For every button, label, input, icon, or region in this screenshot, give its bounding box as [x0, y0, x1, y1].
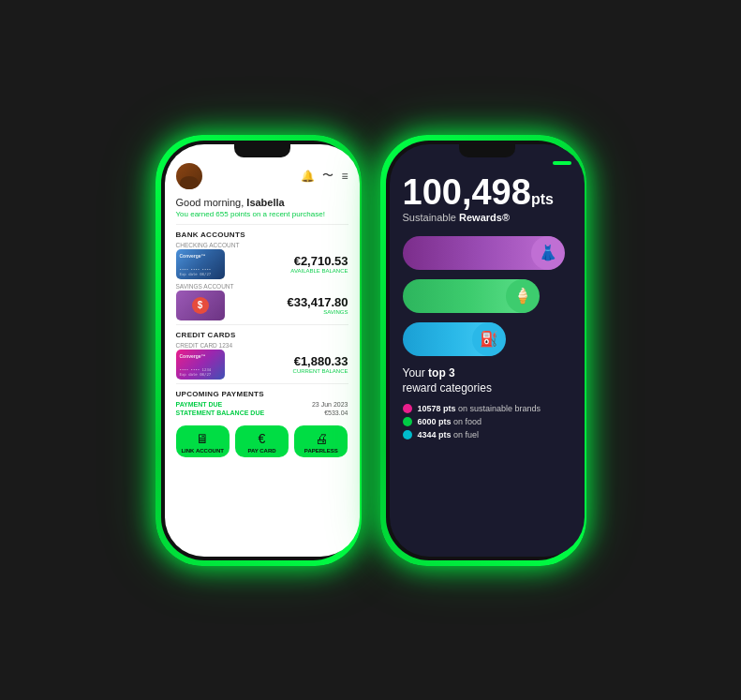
bank-accounts-title: BANK ACCOUNTS [176, 231, 348, 239]
savings-amount: €33,417.80 [287, 295, 348, 309]
payment-due-row: PAYMENT DUE 23 Jun 2023 [176, 401, 348, 408]
link-account-button[interactable]: 🖥 LINK ACCOUNT [176, 425, 230, 457]
pts-fuel: 4344 pts [418, 430, 452, 439]
user-name: Isabella [246, 197, 284, 208]
pts-suffix: pts [531, 191, 554, 207]
left-phone-outer: 🔔 〜 ≡ Good morning, Isabella You earned … [156, 135, 362, 566]
avatar [176, 163, 202, 189]
green-indicator [553, 161, 571, 165]
food-bar: 🍦 [403, 279, 538, 313]
checking-amount: €2,710.53 [290, 254, 348, 268]
credit-sublabel: CURRENT BALANCE [293, 368, 348, 374]
statement-amount: €533.04 [324, 410, 348, 416]
fuel-bar-container: ⛽ [403, 322, 571, 356]
checking-row: Converge™ •••• •••• ••••Exp date 08/27 €… [176, 249, 348, 279]
savings-amount-group: €33,417.80 SAVINGS [287, 295, 348, 315]
divider-1 [176, 224, 348, 225]
clothing-bar-container: 👗 [403, 236, 571, 270]
pts-food: 6000 pts [418, 417, 452, 426]
left-phone: 🔔 〜 ≡ Good morning, Isabella You earned … [156, 135, 362, 566]
dot-food [403, 417, 412, 426]
paperless-label: PAPERLESS [304, 448, 338, 454]
top3-title: Your top 3 reward categories [403, 365, 571, 397]
fuel-icon: ⛽ [472, 322, 506, 356]
statement-row: STATEMENT BALANCE DUE €533.04 [176, 410, 348, 416]
paperless-button[interactable]: 🖨 PAPERLESS [294, 425, 348, 457]
savings-card: $ [176, 290, 225, 320]
points-message: You earned 655 points on a recent purcha… [176, 210, 348, 218]
fuel-bar: ⛽ [403, 322, 504, 356]
savings-dollar-icon: $ [192, 297, 209, 314]
credit-amount: €1,880.33 [293, 354, 348, 368]
credit-label: CREDIT CARD 1234 [176, 342, 348, 349]
clothing-bar: 👗 [403, 236, 563, 270]
greeting: Good morning, Isabella [176, 197, 348, 208]
clothing-icon: 👗 [531, 236, 565, 270]
dot-fuel [403, 430, 412, 439]
phones-container: 🔔 〜 ≡ Good morning, Isabella You earned … [137, 116, 605, 585]
checking-amount-group: €2,710.53 AVAILABLE BALANCE [290, 254, 348, 274]
right-phone-shell: 100,498pts Sustainable Rewards® 👗 [386, 141, 581, 560]
bottom-buttons: 🖥 LINK ACCOUNT € PAY CARD 🖨 PAPERLESS [176, 422, 348, 457]
upcoming-title: UPCOMING PAYMENTS [176, 390, 348, 398]
link-account-icon: 🖥 [196, 431, 209, 446]
paperless-icon: 🖨 [315, 431, 328, 446]
points-value: 100,498 [403, 172, 531, 212]
food-bar-container: 🍦 [403, 279, 571, 313]
right-phone-screen: 100,498pts Sustainable Rewards® 👗 [390, 144, 585, 557]
reward-item-sustainable: 10578 pts on sustainable brands [403, 404, 571, 413]
right-notch [459, 144, 515, 157]
right-top-bar [403, 157, 571, 171]
left-header: 🔔 〜 ≡ [176, 157, 348, 193]
rewards-label: Sustainable Rewards® [403, 212, 571, 223]
credit-cards-title: CREDIT CARDS [176, 331, 348, 339]
savings-row: $ €33,417.80 SAVINGS [176, 290, 348, 320]
divider-3 [176, 383, 348, 384]
header-icons: 🔔 〜 ≡ [301, 168, 348, 184]
bell-icon[interactable]: 🔔 [301, 170, 315, 183]
reward-item-food: 6000 pts on food [403, 417, 571, 426]
payment-due-date: 23 Jun 2023 [312, 401, 348, 408]
credit-card: Converge™ •••• •••• 1234Exp date 08/27 [176, 350, 225, 380]
left-phone-screen: 🔔 〜 ≡ Good morning, Isabella You earned … [165, 144, 360, 557]
statement-label: STATEMENT BALANCE DUE [176, 410, 265, 416]
left-notch [234, 144, 290, 157]
left-phone-shell: 🔔 〜 ≡ Good morning, Isabella You earned … [161, 141, 356, 560]
right-phone-outer: 100,498pts Sustainable Rewards® 👗 [380, 135, 586, 566]
dot-sustainable [403, 404, 412, 413]
pay-card-icon: € [259, 431, 266, 446]
checking-card: Converge™ •••• •••• ••••Exp date 08/27 [176, 249, 225, 279]
left-screen-content: 🔔 〜 ≡ Good morning, Isabella You earned … [165, 157, 360, 557]
credit-row: Converge™ •••• •••• 1234Exp date 08/27 €… [176, 350, 348, 380]
right-phone: 100,498pts Sustainable Rewards® 👗 [380, 135, 586, 566]
menu-icon[interactable]: ≡ [341, 170, 348, 183]
right-screen-content: 100,498pts Sustainable Rewards® 👗 [390, 157, 585, 557]
pay-card-button[interactable]: € PAY CARD [235, 425, 289, 457]
pts-sustainable: 10578 pts [418, 404, 456, 413]
link-account-label: LINK ACCOUNT [181, 448, 223, 454]
payment-due-label: PAYMENT DUE [176, 401, 223, 408]
reward-item-fuel: 4344 pts on fuel [403, 430, 571, 439]
food-icon: 🍦 [506, 279, 540, 313]
checking-label: CHECKING ACCOUNT [176, 242, 348, 248]
pay-card-label: PAY CARD [247, 448, 275, 454]
divider-2 [176, 324, 348, 325]
checking-sublabel: AVAILABLE BALANCE [290, 268, 348, 274]
savings-label: SAVINGS ACCOUNT [176, 283, 348, 290]
savings-sublabel: SAVINGS [287, 309, 348, 315]
credit-amount-group: €1,880.33 CURRENT BALANCE [293, 354, 348, 374]
chart-icon[interactable]: 〜 [322, 168, 333, 184]
big-points: 100,498pts [403, 174, 571, 210]
